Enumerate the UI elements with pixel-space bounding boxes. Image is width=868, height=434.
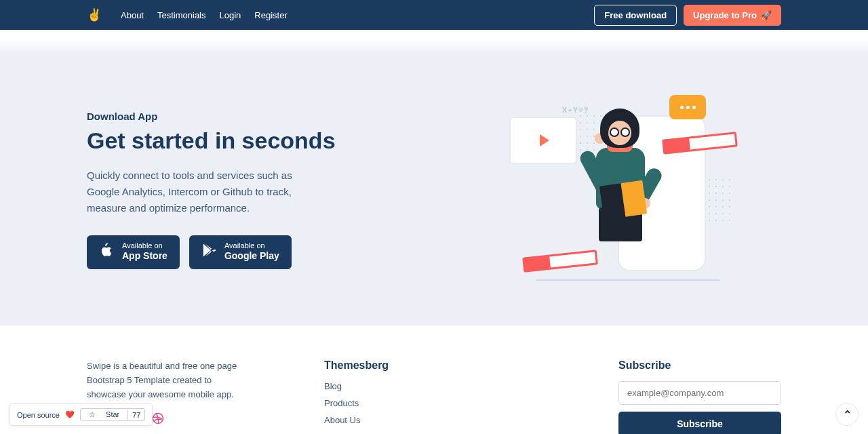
github-star-button[interactable]: ☆ Star 77	[80, 408, 146, 421]
footer-link-products[interactable]: Products	[324, 398, 389, 408]
footer-link-blog[interactable]: Blog	[324, 381, 389, 391]
chevron-up-icon: ⌃	[843, 408, 852, 421]
footer-link-about[interactable]: About Us	[324, 415, 389, 425]
upgrade-label: Upgrade to Pro	[693, 10, 757, 20]
nav-register[interactable]: Register	[254, 10, 287, 20]
footer-col-title: Themesberg	[324, 359, 389, 372]
apple-icon	[99, 243, 114, 262]
navbar: ✌️ About Testimonials Login Register Fre…	[0, 0, 868, 30]
footer-about: Swipe is a beautiful and free one page B…	[87, 359, 243, 401]
googleplay-icon	[201, 243, 216, 262]
star-count: 77	[127, 410, 144, 420]
nav-testimonials[interactable]: Testimonials	[157, 10, 206, 20]
illustration: X+Y=?	[509, 95, 726, 285]
wave-divider	[0, 30, 868, 54]
scroll-top-button[interactable]: ⌃	[835, 403, 859, 426]
nav-about[interactable]: About	[121, 10, 144, 20]
nav-links: About Testimonials Login Register	[121, 10, 288, 20]
googleplay-small: Available on	[224, 242, 279, 250]
eyebrow: Download App	[87, 111, 414, 122]
badge-label: Open source	[17, 411, 60, 419]
appstore-small: Available on	[122, 242, 167, 250]
open-source-badge: Open source ❤️ ☆ Star 77	[9, 403, 153, 426]
download-title: Get started in seconds	[87, 127, 414, 154]
footer-links-col: Themesberg Blog Products About Us Contac…	[324, 359, 389, 434]
star-icon: ☆	[85, 409, 100, 420]
chat-bubble-icon	[669, 95, 706, 119]
person-illustration	[584, 108, 658, 271]
play-icon	[540, 134, 549, 146]
download-desc: Quickly connect to tools and services su…	[87, 167, 317, 216]
googleplay-button[interactable]: Available on Google Play	[189, 235, 292, 269]
footer-subscribe-col: Subscribe Subscribe No spam. Pinky swear…	[618, 359, 781, 434]
email-field[interactable]	[618, 381, 781, 405]
upgrade-button[interactable]: Upgrade to Pro 🚀	[684, 5, 781, 26]
nav-login[interactable]: Login	[220, 10, 241, 20]
subscribe-title: Subscribe	[618, 359, 781, 372]
logo-icon[interactable]: ✌️	[87, 7, 102, 22]
heart-icon: ❤️	[65, 410, 75, 419]
subscribe-button[interactable]: Subscribe	[618, 412, 781, 434]
dribbble-icon[interactable]	[152, 412, 164, 427]
star-label: Star	[102, 409, 123, 420]
googleplay-big: Google Play	[224, 250, 279, 262]
free-download-button[interactable]: Free download	[594, 5, 677, 26]
download-section: Download App Get started in seconds Quic…	[0, 54, 868, 326]
appstore-big: App Store	[122, 250, 167, 262]
appstore-button[interactable]: Available on App Store	[87, 235, 180, 269]
video-card	[509, 117, 577, 164]
rocket-icon: 🚀	[761, 10, 772, 20]
